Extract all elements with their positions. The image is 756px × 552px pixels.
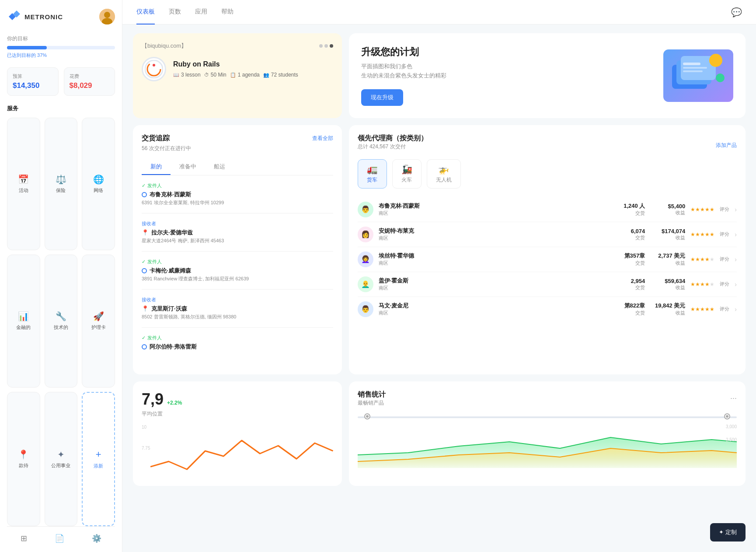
shipment-title: 交货追踪 [142,134,170,143]
range-slider [358,414,737,421]
nav-tabs: 仪表板 页数 应用 帮助 [136,0,233,24]
receiver-label-1: 接收者 [142,220,333,227]
duration-icon: ⏱ [204,72,209,77]
hospitality-icon: 📍 [18,449,29,460]
logo: METRONIC [7,10,63,24]
dot-1 [319,44,323,48]
agent-row-1: 👨 布鲁克林·西蒙斯 南区 1,240 人 交货 $5,400 收益 ★★★★★ [358,197,737,222]
shipment-item-2: 接收者 📍 拉尔夫·爱德华兹 星家大道2464号 梅萨, 新泽西州 45463 [142,220,333,252]
add-product-link[interactable]: 添加产品 [716,142,737,149]
progress-bar [7,46,115,49]
agent-info-1: 布鲁克林·西蒙斯 南区 [379,202,605,217]
upgrade-button[interactable]: 现在升级 [361,89,403,106]
course-header: 【biqubiqu.com】 [142,42,333,50]
network-icon: 🌐 [93,174,104,185]
tab-new[interactable]: 新的 [142,159,171,175]
tab-help[interactable]: 帮助 [221,0,233,24]
tab-preparing[interactable]: 准备中 [171,159,205,175]
receiver-name-2: 📍 克里斯汀·沃森 [142,305,333,313]
upgrade-illustration [663,49,733,102]
sender-addr-2: 3891 Ranchview 理查森博士, 加利福尼亚州 62639 [142,276,333,282]
shipment-item-3: ✓发件人 卡梅伦·威廉姆森 3891 Ranchview 理查森博士, 加利福尼… [142,259,333,290]
service-item-hospitality[interactable]: 📍 款待 [7,392,40,526]
layers-icon[interactable]: ⊞ [21,534,27,543]
view-all-link[interactable]: 查看全部 [312,135,333,142]
sidebar: METRONIC 你的目标 已达到目标的 37% 预算 $14,350 花费 $… [0,0,122,552]
course-card: 【biqubiqu.com】 Ruby on Rails [133,33,342,118]
agent-stat-trans-5: 第822章 交货 [610,302,645,316]
rating-label-2: 评分 [720,231,729,238]
agent-arrow-3[interactable]: › [735,256,737,263]
tab-dashboard[interactable]: 仪表板 [136,0,155,24]
tab-pages[interactable]: 页数 [169,0,181,24]
service-item-insurance[interactable]: ⚖️ 保险 [45,118,78,250]
avg-value: 7,9 [142,390,164,409]
agent-arrow-4[interactable]: › [735,281,737,288]
cat-tab-truck[interactable]: 🚛 货车 [358,159,387,189]
agenda-icon: 📋 [230,72,236,78]
truck-icon: 🚛 [367,164,378,175]
service-item-network[interactable]: 🌐 网络 [82,118,115,250]
agent-avatar-1: 👨 [358,202,373,217]
service-name-hospitality: 款待 [19,462,28,469]
course-body: Ruby on Rails 📖 3 lesson ⏱ 50 Min [142,57,333,81]
agent-arrow-2[interactable]: › [735,231,737,238]
service-item-finance[interactable]: 📊 金融的 [7,255,40,387]
shipment-header: 交货追踪 查看全部 [142,134,333,143]
avg-label: 平均位置 [142,410,333,418]
settings-icon[interactable]: ⚙️ [92,534,101,543]
service-item-tech[interactable]: 🔧 技术的 [45,255,78,387]
customize-button[interactable]: ✦ 定制 [710,523,746,542]
shipment-subtitle: 56 次交付正在进行中 [142,145,333,152]
service-item-nursing[interactable]: 🚀 护理卡 [82,255,115,387]
meta-duration: ⏱ 50 Min [204,72,226,78]
sales-chart: 3,000 2,500 [358,424,737,468]
service-item-public[interactable]: ✦ 公用事业 [45,392,78,526]
services-grid: 📅 活动 ⚖️ 保险 🌐 网络 📊 金融的 🔧 技术的 🚀 护理卡 📍 款待 ✦ [7,118,115,526]
agent-row-2: 👩 安妮特·布莱克 南区 6,074 交货 $174,074 收益 ★★★★★ … [358,222,737,247]
public-icon: ✦ [57,449,65,460]
document-icon[interactable]: 📄 [55,534,64,543]
service-item-add[interactable]: + 添新 [82,392,115,526]
budget-label: 预算 [13,73,53,80]
sender-label-3: ✓发件人 [142,335,333,341]
agent-arrow-5[interactable]: › [735,306,737,313]
agents-card: 领先代理商（按类别） 总计 424,567 次交付 添加产品 🚛 货车 🚂 火车 [349,125,746,374]
tab-apps[interactable]: 应用 [195,0,207,24]
cat-tab-train[interactable]: 🚂 火车 [392,159,422,189]
sales-stats-card: 销售统计 最畅销产品 ··· 3,000 2,500 [349,381,746,486]
course-info: Ruby on Rails 📖 3 lesson ⏱ 50 Min [173,60,298,78]
finance-icon: 📊 [18,311,29,321]
sidebar-footer: ⊞ 📄 ⚙️ [7,526,115,543]
tab-shipping[interactable]: 船运 [205,159,234,175]
sender-name-3: 阿尔伯特·弗洛雷斯 [142,343,333,351]
upgrade-title: 升级您的计划 [361,45,446,59]
avg-position-card: 7,9 +2.2% 平均位置 10 7.75 [133,381,342,486]
rating-label-1: 评分 [720,206,729,213]
service-name-finance: 金融的 [16,324,31,331]
agent-info-3: 埃丝特·霍华德 南区 [379,252,605,266]
progress-fill [7,46,47,49]
agent-info-5: 马文·麦金尼 南区 [379,302,605,316]
agent-stars-2: ★★★★★ [690,231,714,238]
agent-arrow-1[interactable]: › [735,206,737,213]
service-name-insurance: 保险 [56,187,66,194]
sender-label-1: ✓发件人 [142,182,333,189]
service-name-public: 公用事业 [51,462,70,469]
svg-point-5 [153,64,155,66]
cat-tab-drone[interactable]: 🚁 无人机 [427,159,461,189]
shipment-item-4: 接收者 📍 克里斯汀·沃森 8502 普雷斯顿路, 英格尔伍德, 缅因州 983… [142,297,333,328]
spend-value: $8,029 [70,81,110,90]
budget-value: $14,350 [13,81,53,90]
sales-more-btn[interactable]: ··· [730,394,737,403]
range-handle-right[interactable] [725,414,729,419]
agent-stars-4: ★★★★★ [690,281,714,287]
meta-agenda: 📋 1 agenda [230,72,260,78]
agent-avatar-5: 👨 [358,301,373,317]
chat-icon[interactable]: 💬 [731,7,742,17]
receiver-name-1: 📍 拉尔夫·爱德华兹 [142,229,333,237]
service-item-activity[interactable]: 📅 活动 [7,118,40,250]
train-icon: 🚂 [401,164,412,175]
range-handle-left[interactable] [365,414,369,419]
service-name-network: 网络 [94,187,103,194]
